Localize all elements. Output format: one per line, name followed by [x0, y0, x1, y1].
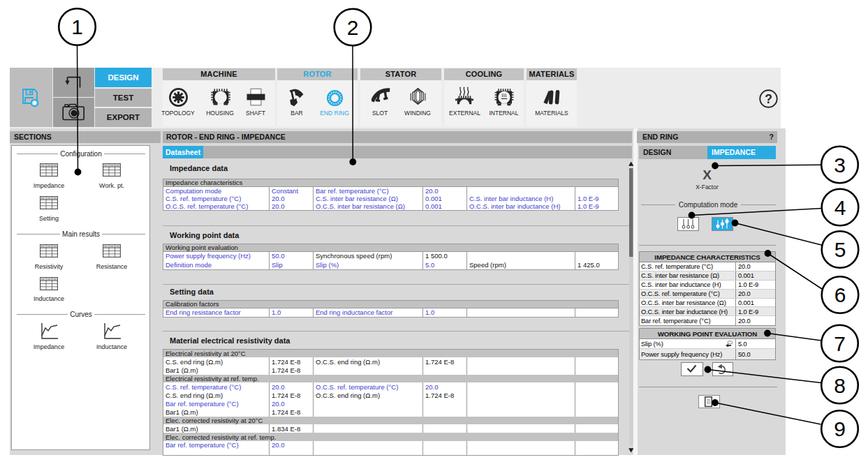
svg-text:9: 9	[834, 417, 846, 440]
svg-text:7: 7	[834, 332, 846, 355]
svg-text:2: 2	[347, 16, 359, 39]
svg-text:4: 4	[834, 196, 846, 219]
svg-text:1: 1	[71, 15, 83, 38]
svg-text:5: 5	[834, 238, 846, 261]
svg-text:8: 8	[834, 374, 846, 397]
svg-text:6: 6	[834, 283, 846, 306]
svg-text:3: 3	[834, 154, 846, 177]
